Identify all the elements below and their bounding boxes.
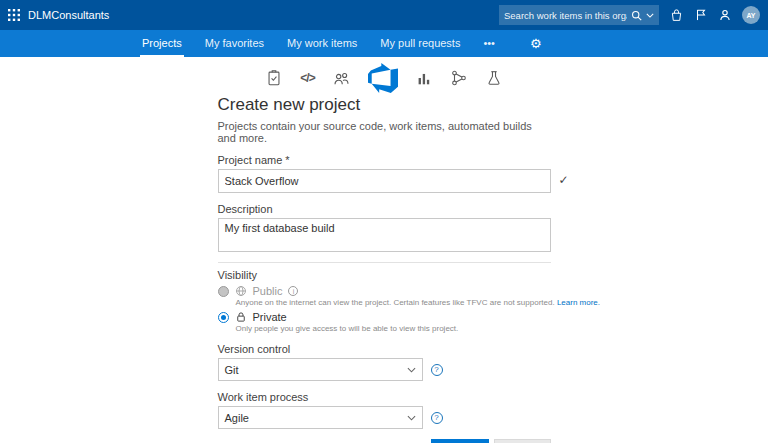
work-item-process-value: Agile — [225, 412, 249, 424]
private-radio[interactable] — [218, 312, 229, 323]
main-content: </> — [0, 57, 768, 443]
team-icon — [332, 69, 351, 88]
version-control-dropdown[interactable]: Git — [218, 358, 423, 381]
user-icon[interactable] — [718, 8, 732, 22]
create-project-form: Create new project Projects contain your… — [218, 96, 551, 443]
pipeline-icon — [450, 69, 468, 87]
feature-icons-row: </> — [0, 62, 768, 94]
form-divider — [218, 262, 551, 263]
visibility-label: Visibility — [218, 269, 551, 281]
public-helper-body: Anyone on the internet can view the proj… — [236, 298, 557, 307]
version-control-row: Git ? — [218, 358, 551, 381]
version-control-label: Version control — [218, 343, 551, 355]
top-bar: DLMConsultants — [0, 0, 768, 30]
visibility-option-private: Private — [218, 311, 551, 323]
tab-my-favorites[interactable]: My favorites — [203, 30, 266, 57]
work-item-process-row: Agile ? — [218, 406, 551, 429]
feedback-flag-icon[interactable] — [694, 8, 708, 22]
avatar[interactable]: AY — [742, 6, 760, 24]
public-info-icon[interactable]: i — [288, 286, 298, 296]
description-label: Description — [218, 203, 551, 215]
learn-more-link[interactable]: Learn more. — [557, 298, 600, 307]
nav-tabs: Projects My favorites My work items My p… — [140, 30, 516, 57]
cancel-button[interactable]: Cancel — [494, 439, 551, 443]
dropdown-chevron-icon — [407, 415, 416, 421]
work-item-process-label: Work item process — [218, 391, 551, 403]
task-checklist-icon — [265, 69, 283, 87]
private-helper-text: Only people you give access to will be a… — [236, 324, 551, 333]
create-button[interactable]: Create — [431, 439, 489, 443]
version-control-help-icon[interactable]: ? — [431, 364, 443, 376]
lock-icon — [235, 311, 247, 323]
top-bar-left: DLMConsultants — [8, 9, 109, 21]
search-input[interactable] — [504, 10, 627, 21]
dropdown-chevron-icon — [407, 367, 416, 373]
private-radio-label[interactable]: Private — [253, 311, 287, 323]
globe-icon — [235, 285, 247, 297]
settings-gear-icon[interactable]: ⚙ — [530, 30, 542, 57]
project-name-input[interactable] — [218, 169, 551, 193]
public-radio[interactable] — [218, 286, 229, 297]
work-item-process-dropdown[interactable]: Agile — [218, 406, 423, 429]
project-name-label: Project name * — [218, 154, 551, 166]
nav-bar: Projects My favorites My work items My p… — [0, 30, 768, 57]
form-buttons: Create Cancel — [218, 439, 551, 443]
search-box[interactable] — [499, 5, 659, 25]
work-item-process-help-icon[interactable]: ? — [431, 412, 443, 424]
marketplace-bag-icon[interactable] — [669, 8, 684, 23]
name-valid-check-icon: ✓ — [558, 173, 568, 187]
organization-name[interactable]: DLMConsultants — [28, 9, 109, 21]
tab-more-ellipsis[interactable]: ••• — [481, 30, 497, 57]
waffle-menu-icon[interactable] — [8, 9, 20, 21]
page-subtitle: Projects contain your source code, work … — [218, 120, 551, 144]
tab-my-work-items[interactable]: My work items — [285, 30, 359, 57]
azure-devops-create-project-screen: DLMConsultants — [0, 0, 768, 443]
flask-icon — [485, 69, 503, 87]
tab-my-pull-requests[interactable]: My pull requests — [378, 30, 462, 57]
code-icon: </> — [300, 71, 314, 85]
visibility-option-public: Public i — [218, 285, 551, 297]
public-helper-text: Anyone on the internet can view the proj… — [236, 298, 551, 307]
public-radio-label[interactable]: Public — [253, 285, 283, 297]
version-control-value: Git — [225, 364, 239, 376]
chevron-down-icon[interactable] — [646, 13, 654, 18]
description-textarea[interactable]: My first database build — [218, 218, 551, 252]
search-icon[interactable] — [631, 10, 642, 21]
tab-projects[interactable]: Projects — [140, 30, 184, 57]
page-title: Create new project — [218, 96, 551, 114]
project-name-field-wrap: ✓ — [218, 169, 551, 193]
azure-devops-logo — [368, 63, 398, 93]
chart-icon — [415, 69, 433, 87]
top-bar-right: AY — [499, 5, 760, 25]
